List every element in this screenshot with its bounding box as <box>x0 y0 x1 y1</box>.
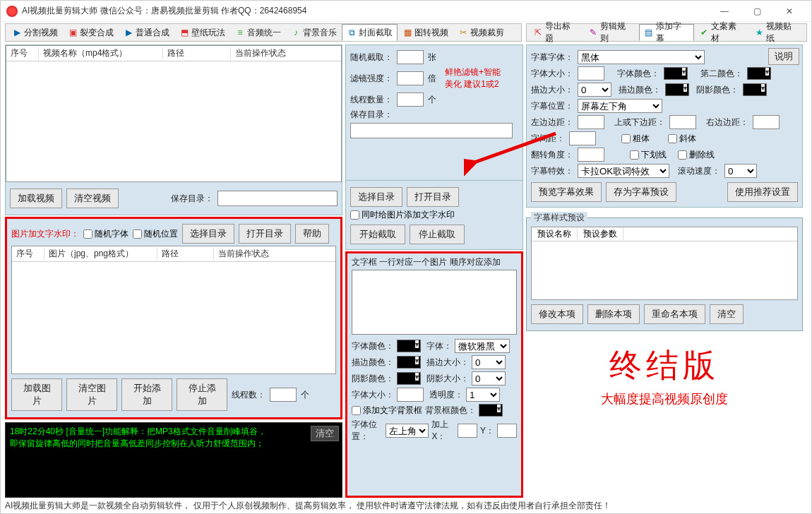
promo-sub: 大幅度提高视频原创度 <box>526 390 803 407</box>
margin-left-input[interactable] <box>578 115 604 129</box>
preset-modify-button[interactable]: 修改本项 <box>531 304 583 324</box>
text-lines-input[interactable] <box>352 270 517 335</box>
sub-font-select[interactable]: 黑体 <box>578 50 705 64</box>
tab-文案素材[interactable]: ✔文案素材 <box>694 24 749 41</box>
savedir-input[interactable] <box>217 191 338 206</box>
tab-壁纸玩法[interactable]: ⬒壁纸玩法 <box>174 24 230 41</box>
tab-剪辑规则[interactable]: ✎剪辑规则 <box>583 24 638 41</box>
stop-capture-button[interactable]: 停止截取 <box>410 225 465 244</box>
fx-select[interactable]: 卡拉OK歌词特效 <box>578 164 669 178</box>
minimize-button[interactable]: — <box>708 1 741 22</box>
promo-block: 终结版 大幅度提高视频原创度 <box>526 344 803 407</box>
preset-delete-button[interactable]: 删除本项 <box>587 304 640 324</box>
preview-sub-button[interactable]: 预览字幕效果 <box>531 182 602 202</box>
mid-opendir-button[interactable]: 打开目录 <box>407 187 459 207</box>
sub-color2[interactable] <box>747 67 771 80</box>
video-grid[interactable]: 序号 视频名称（mp4格式） 路径 当前操作状态 <box>6 45 342 182</box>
bold-checkbox[interactable]: 粗体 <box>621 133 650 145</box>
start-capture-button[interactable]: 开始截取 <box>350 225 405 244</box>
filter-input[interactable] <box>397 71 424 85</box>
wm-opendir-button[interactable]: 打开目录 <box>239 224 291 244</box>
log-clear-button[interactable]: 清空 <box>311 426 339 441</box>
log-line-2: 即保留旋律高低的同时把音量高低差同步控制在人听力舒缓范围内； <box>10 438 338 450</box>
maximize-button[interactable]: ▢ <box>741 1 773 22</box>
rotate-input[interactable] <box>578 148 604 162</box>
tab-封面截取[interactable]: ⧉封面截取 <box>342 24 398 41</box>
letter-spacing-input[interactable] <box>569 131 596 145</box>
underline-checkbox[interactable]: 下划线 <box>630 149 667 161</box>
导出标题-icon: ⇱ <box>533 28 543 37</box>
col2-name: 图片（jpg、png格式） <box>44 248 157 260</box>
wm-title: 图片加文字水印： <box>11 228 79 240</box>
log-panel: 清空 18时22分40秒 [音量统一]功能解释：把MP3格式文件音量削峰填谷， … <box>5 422 342 498</box>
right-tabstrip: ⇱导出标题✎剪辑规则▤添加字幕✔文案素材★视频贴纸 <box>526 23 807 42</box>
position-select[interactable]: 左上角 <box>386 424 429 438</box>
stop-add-button[interactable]: 停止添加 <box>177 378 227 411</box>
wm-help-button[interactable]: 帮助 <box>295 224 329 244</box>
font-color-picker[interactable] <box>397 340 421 352</box>
image-grid[interactable]: 序号 图片（jpg、png格式） 路径 当前操作状态 <box>11 246 336 374</box>
clear-video-button[interactable]: 清空视频 <box>66 189 119 208</box>
opacity-select[interactable]: 1 <box>466 388 500 402</box>
tab-音频统一[interactable]: ≡音频统一 <box>230 24 286 41</box>
tab-视频裁剪[interactable]: ✂视频裁剪 <box>453 24 509 41</box>
bgbox-checkbox[interactable]: 添加文字背景框 <box>352 405 422 417</box>
sub-fontsize-input[interactable] <box>578 66 604 80</box>
thread-label: 线程数量： <box>350 94 393 106</box>
mid-selectdir-button[interactable]: 选择目录 <box>350 187 402 207</box>
图转视频-icon: ▦ <box>402 28 412 37</box>
bg-color-picker[interactable] <box>479 404 503 417</box>
save-preset-button[interactable]: 存为字幕预设 <box>606 182 676 202</box>
tab-添加字幕[interactable]: ▤添加字幕 <box>639 24 694 41</box>
savedir-label: 保存目录： <box>171 193 213 205</box>
wm-selectdir-button[interactable]: 选择目录 <box>182 224 234 244</box>
preset-fieldset: 字幕样式预设 预设名称预设参数 修改本项 删除本项 重命名本项 清空 <box>526 212 803 331</box>
tab-背景音乐[interactable]: ♪背景音乐 <box>286 24 342 41</box>
addx-input[interactable] <box>458 424 477 438</box>
tab-分割视频[interactable]: ▶分割视频 <box>7 24 63 41</box>
start-add-button[interactable]: 开始添加 <box>121 378 172 411</box>
shadow-size-select[interactable]: 0 <box>472 371 506 386</box>
preset-grid[interactable]: 预设名称预设参数 <box>531 227 798 300</box>
random-pos-checkbox[interactable]: 随机位置 <box>133 228 178 240</box>
threads-input[interactable] <box>270 388 297 402</box>
load-image-button[interactable]: 加载图片 <box>11 378 62 411</box>
rand-cap-input[interactable] <box>397 50 424 64</box>
tab-导出标题[interactable]: ⇱导出标题 <box>528 24 583 41</box>
sub-stroke-color[interactable] <box>665 83 689 96</box>
strikeout-checkbox[interactable]: 删除线 <box>678 149 715 161</box>
preset-rename-button[interactable]: 重命名本项 <box>644 304 705 324</box>
stroke-color-picker[interactable] <box>397 356 421 369</box>
stroke-size-select[interactable]: 0 <box>472 355 506 369</box>
sub-shadow-color[interactable] <box>743 83 767 96</box>
threads-label: 线程数： <box>232 389 265 401</box>
tab-图转视频[interactable]: ▦图转视频 <box>398 24 453 41</box>
close-button[interactable]: ✕ <box>773 1 806 22</box>
titlebar: AI视频批量剪辑大师 微信公众号：唐易视频批量剪辑 作者QQ：264246895… <box>1 1 811 22</box>
margin-right-input[interactable] <box>753 115 780 129</box>
font-size-input[interactable] <box>397 388 424 402</box>
剪辑规则-icon: ✎ <box>588 28 598 37</box>
scroll-speed-select[interactable]: 0 <box>724 164 757 178</box>
mid-savedir-input[interactable] <box>350 123 513 138</box>
use-rec-button[interactable]: 使用推荐设置 <box>727 182 798 202</box>
explain-button[interactable]: 说明 <box>768 48 799 65</box>
tab-裂变合成[interactable]: ▣裂变合成 <box>63 24 119 41</box>
random-font-checkbox[interactable]: 随机字体 <box>83 228 129 240</box>
shadow-color-picker[interactable] <box>397 372 421 385</box>
tab-普通合成[interactable]: ▶普通合成 <box>119 24 174 41</box>
addy-input[interactable] <box>497 424 517 438</box>
load-video-button[interactable]: 加载视频 <box>10 189 62 208</box>
文案素材-icon: ✔ <box>699 28 709 37</box>
preset-clear-button[interactable]: 清空 <box>710 304 744 324</box>
thread-input[interactable] <box>397 92 424 107</box>
tab-视频贴纸[interactable]: ★视频贴纸 <box>750 24 805 41</box>
wm-same-time-checkbox[interactable]: 同时给图片添加文字水印 <box>350 209 455 221</box>
italic-checkbox[interactable]: 斜体 <box>668 133 696 145</box>
sub-pos-select[interactable]: 屏幕左下角 <box>578 99 662 113</box>
margin-top-input[interactable] <box>669 115 696 129</box>
sub-stroke-size[interactable]: 0 <box>578 83 611 97</box>
font-select[interactable]: 微软雅黑 <box>455 339 510 353</box>
clear-image-button[interactable]: 清空图片 <box>66 378 117 411</box>
sub-font-color[interactable] <box>664 67 688 80</box>
